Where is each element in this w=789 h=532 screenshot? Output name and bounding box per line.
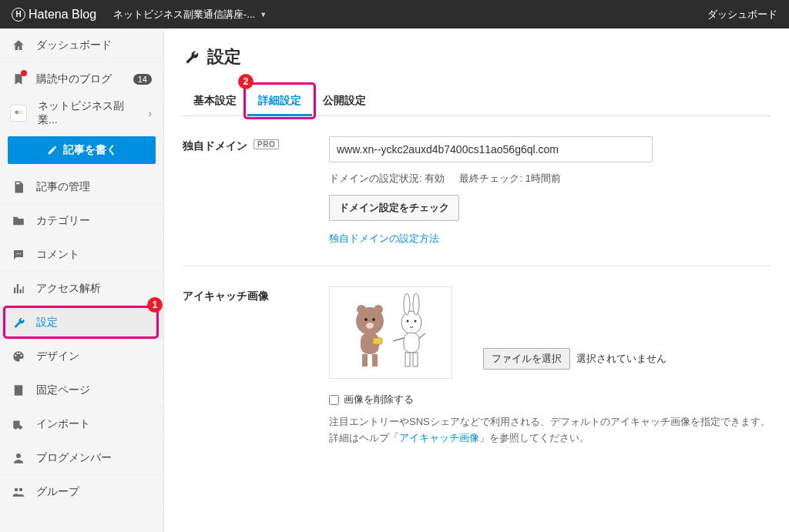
edit-icon — [47, 145, 58, 156]
logo-text: Hatena Blog — [29, 8, 96, 22]
svg-rect-13 — [362, 354, 368, 366]
chevron-right-icon: › — [148, 107, 152, 119]
logo[interactable]: H Hatena Blog — [12, 8, 96, 22]
svg-rect-14 — [372, 354, 378, 366]
sidebar-item-label: ダッシュボード — [36, 38, 152, 52]
blog-selector-label: ネットビジネス副業通信講座-... — [113, 8, 255, 22]
custom-domain-section: 独自ドメイン PRO ドメインの設定状況: 有効 最終チェック: 1時間前 ドメ… — [183, 116, 771, 266]
sidebar-item-label: カテゴリー — [36, 214, 152, 228]
tab-advanced[interactable]: 詳細設定 2 — [247, 87, 312, 115]
check-domain-button[interactable]: ドメイン設定をチェック — [329, 195, 459, 221]
choose-file-button[interactable]: ファイルを選択 — [483, 348, 570, 370]
sidebar-item-fixed-pages[interactable]: 固定ページ — [0, 373, 163, 407]
svg-rect-12 — [373, 338, 382, 344]
domain-input[interactable] — [329, 136, 653, 162]
app-header: H Hatena Blog ネットビジネス副業通信講座-... ▼ ダッシュボー… — [0, 0, 789, 28]
svg-point-6 — [357, 305, 366, 314]
home-icon — [12, 38, 25, 52]
eyecatch-thumbnail — [329, 286, 452, 379]
settings-tabs: 基本設定 詳細設定 2 公開設定 — [183, 87, 771, 116]
hatena-mascot-icon — [333, 290, 448, 375]
svg-point-9 — [372, 318, 375, 321]
svg-point-16 — [404, 293, 410, 315]
svg-point-2 — [16, 253, 18, 254]
domain-help-link[interactable]: 独自ドメインの設定方法 — [329, 233, 439, 244]
sidebar-item-label: 記事の管理 — [36, 180, 152, 194]
sidebar-item-comments[interactable]: コメント — [0, 238, 163, 272]
svg-point-3 — [18, 253, 19, 254]
sidebar-item-subscriptions[interactable]: 購読中のブログ 14 — [0, 62, 163, 96]
sidebar-item-label: 購読中のブログ — [36, 72, 123, 86]
eyecatch-note-1: 注目エントリーやSNSシェアなどで利用される、デフォルトのアイキャッチ画像を指定… — [329, 416, 771, 427]
wrench-icon — [12, 316, 25, 330]
pro-badge: PRO — [253, 139, 279, 149]
svg-rect-20 — [404, 333, 419, 353]
write-post-label: 記事を書く — [63, 143, 117, 157]
document-icon — [12, 180, 25, 194]
svg-point-1 — [18, 110, 22, 114]
page-title-text: 設定 — [207, 45, 241, 69]
page-icon — [12, 383, 25, 397]
eyecatch-note-2a: 詳細はヘルプ「 — [329, 432, 399, 443]
comment-icon — [12, 248, 25, 262]
blog-thumbnail-icon — [10, 105, 27, 122]
sidebar-item-categories[interactable]: カテゴリー — [0, 204, 163, 238]
dashboard-header-link[interactable]: ダッシュボード — [707, 8, 777, 22]
sidebar-item-label: コメント — [36, 248, 152, 262]
delete-image-checkbox[interactable] — [329, 395, 339, 405]
domain-label: 独自ドメイン — [183, 139, 247, 153]
file-status-text: 選択されていません — [576, 352, 666, 366]
sidebar-item-analytics[interactable]: アクセス解析 — [0, 272, 163, 306]
sidebar-item-import[interactable]: インポート — [0, 407, 163, 441]
svg-rect-21 — [405, 353, 410, 366]
svg-point-17 — [413, 293, 419, 315]
tab-advanced-label: 詳細設定 — [258, 95, 301, 106]
sidebar-item-label: 設定 — [36, 316, 152, 330]
svg-point-4 — [20, 253, 22, 254]
subscriptions-count-badge: 14 — [133, 74, 152, 85]
chart-icon — [12, 282, 25, 296]
svg-point-15 — [401, 311, 421, 334]
sidebar-item-manage-posts[interactable]: 記事の管理 — [0, 170, 163, 204]
sidebar-item-settings[interactable]: 設定 1 — [0, 306, 163, 340]
sidebar-item-label: デザイン — [36, 350, 152, 363]
domain-status: ドメインの設定状況: 有効 — [329, 172, 445, 184]
svg-point-18 — [407, 320, 409, 323]
eyecatch-label: アイキャッチ画像 — [183, 289, 269, 303]
domain-last-check: 最終チェック: 1時間前 — [459, 172, 560, 184]
eyecatch-section: アイキャッチ画像 — [183, 266, 771, 467]
svg-point-19 — [415, 320, 417, 323]
hatena-icon: H — [12, 8, 25, 22]
svg-point-8 — [364, 318, 368, 321]
main-content: 設定 基本設定 詳細設定 2 公開設定 独自ドメイン PRO ドメインの設定状況… — [164, 28, 789, 532]
sidebar-item-groups[interactable]: グループ — [0, 475, 163, 509]
page-title: 設定 — [183, 45, 771, 87]
delete-image-label: 画像を削除する — [344, 393, 414, 407]
chevron-down-icon: ▼ — [260, 11, 267, 18]
svg-point-0 — [15, 110, 18, 114]
tab-publish[interactable]: 公開設定 — [312, 87, 377, 115]
tab-basic[interactable]: 基本設定 — [183, 87, 247, 115]
folder-icon — [12, 214, 25, 228]
sidebar-item-design[interactable]: デザイン — [0, 340, 163, 373]
eyecatch-note-2b: 」を参照してください。 — [479, 432, 589, 443]
notification-dot-icon — [21, 70, 27, 76]
palette-icon — [12, 350, 25, 363]
write-post-button[interactable]: 記事を書く — [8, 136, 156, 164]
sidebar-item-label: インポート — [36, 417, 152, 431]
sidebar-item-label: アクセス解析 — [36, 282, 152, 296]
sidebar-item-label: グループ — [36, 485, 152, 499]
blog-selector[interactable]: ネットビジネス副業通信講座-... ▼ — [113, 8, 267, 22]
user-icon — [12, 451, 25, 465]
sidebar-item-label: 固定ページ — [36, 383, 152, 397]
sidebar: ダッシュボード 購読中のブログ 14 ネットビジネス副業... › 記事を書く … — [0, 28, 164, 532]
sidebar-item-label: ブログメンバー — [36, 451, 152, 465]
svg-point-10 — [366, 323, 374, 329]
sidebar-item-members[interactable]: ブログメンバー — [0, 441, 163, 475]
truck-icon — [12, 417, 25, 431]
sidebar-item-dashboard[interactable]: ダッシュボード — [0, 28, 163, 62]
wrench-icon — [183, 49, 200, 65]
eyecatch-help-link[interactable]: アイキャッチ画像 — [399, 432, 479, 443]
sidebar-item-current-blog[interactable]: ネットビジネス副業... › — [0, 96, 163, 130]
svg-rect-22 — [413, 353, 418, 366]
